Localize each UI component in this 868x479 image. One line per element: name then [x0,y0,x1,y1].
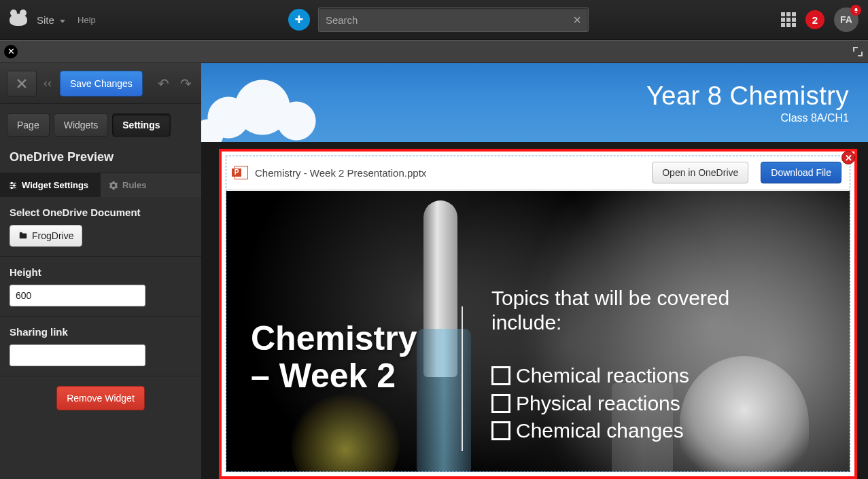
sidebar-tabs: Page Widgets Settings [0,104,201,137]
onedrive-widget[interactable]: ✕ Chemistry - Week 2 Presentation.pptx O… [219,149,857,479]
cylinder-graphic [417,329,471,472]
widget-selection-border: ✕ Chemistry - Week 2 Presentation.pptx O… [226,156,850,472]
seg-rules[interactable]: Rules [101,173,201,197]
cloud-graphic [201,70,351,142]
apps-grid-icon[interactable] [781,12,796,27]
folder-icon [18,231,28,241]
undo-icon[interactable]: ↶ [158,75,169,92]
sharing-link-label: Sharing link [10,326,192,338]
avatar-initials: FA [840,14,852,25]
plus-icon: + [294,12,303,27]
sidebar-toolbar: ‹‹ Save Changes ↶ ↷ [0,63,201,104]
page-title: Year 8 Chemistry [646,82,849,111]
field-height: Height [0,257,201,317]
content-pane: Year 8 Chemistry Class 8A/CH1 ✕ Chemistr… [201,63,868,479]
svg-point-6 [14,184,15,185]
field-sharing-link: Sharing link [0,317,201,376]
x-icon [15,77,29,90]
slide-title-line-1: Chemistry [251,320,417,357]
topics-heading-line-1: Topics that will be covered [491,287,729,309]
sliders-icon [8,181,18,190]
seg-rules-label: Rules [122,180,146,190]
field-select-document: Select OneDrive Document FrogDrive [0,197,201,257]
page-banner: Year 8 Chemistry Class 8A/CH1 [201,63,868,142]
settings-segments: Widget Settings Rules [0,173,201,197]
search-input[interactable] [326,14,573,26]
tab-widgets[interactable]: Widgets [54,113,109,137]
slide-title-line-2: – Week 2 [251,357,417,395]
save-button[interactable]: Save Changes [60,71,143,96]
frogdrive-label: FrogDrive [32,230,73,241]
redo-icon[interactable]: ↷ [180,75,192,92]
bell-badge-icon [850,5,861,16]
chevron-left-icon: ‹‹ [44,76,53,90]
slide-title: Chemistry – Week 2 [251,320,417,395]
widget-title: OneDrive Preview [0,137,201,173]
app-logo-icon [10,14,27,26]
site-menu-label: Site [37,14,54,26]
gear-icon [109,181,118,190]
slide-divider [462,306,463,451]
file-header: Chemistry - Week 2 Presentation.pptx Ope… [226,156,850,189]
page-subtitle: Class 8A/CH1 [646,112,849,124]
save-button-label: Save Changes [70,78,133,89]
sharing-link-input[interactable] [10,344,145,366]
open-in-onedrive-button[interactable]: Open in OneDrive [652,162,748,183]
frogdrive-button[interactable]: FrogDrive [10,225,82,247]
close-panel-button[interactable]: ✕ [4,45,18,58]
svg-point-5 [11,182,12,183]
site-menu[interactable]: Site [37,14,65,26]
add-button[interactable]: + [288,9,310,31]
fullscreen-icon[interactable] [852,46,864,58]
widget-close-icon[interactable]: ✕ [841,151,855,164]
clear-search-icon[interactable]: × [573,12,581,28]
topics-heading-line-2: include: [491,311,561,334]
user-avatar[interactable]: FA [834,7,858,32]
tab-page[interactable]: Page [7,113,50,137]
topic-item: Physical reactions [491,390,829,418]
topic-item: Chemical reactions [491,362,829,390]
topic-item: Chemical changes [491,417,829,445]
remove-widget-button[interactable]: Remove Widget [56,386,145,410]
powerpoint-icon [235,166,248,179]
file-name: Chemistry - Week 2 Presentation.pptx [255,167,645,179]
select-document-label: Select OneDrive Document [10,207,192,218]
notification-badge[interactable]: 2 [805,10,824,29]
settings-sidebar: ‹‹ Save Changes ↶ ↷ Page Widgets Setting… [0,63,201,479]
tab-settings[interactable]: Settings [112,113,170,137]
seg-widget-settings-label: Widget Settings [22,180,88,190]
height-label: Height [10,266,192,278]
help-link[interactable]: Help [77,15,96,25]
sub-bar: ✕ [0,40,868,63]
download-file-button[interactable]: Download File [761,162,841,183]
search-field[interactable]: × [318,7,589,32]
slide-preview: Chemistry – Week 2 Topics that will be c… [226,189,850,472]
svg-point-7 [11,187,12,188]
top-bar: Site Help + × 2 FA [0,0,868,40]
discard-button[interactable] [7,71,37,96]
height-input[interactable] [10,285,145,306]
caret-down-icon [60,20,65,23]
seg-widget-settings[interactable]: Widget Settings [0,173,101,197]
slide-topics: Topics that will be covered include: Che… [491,286,829,445]
